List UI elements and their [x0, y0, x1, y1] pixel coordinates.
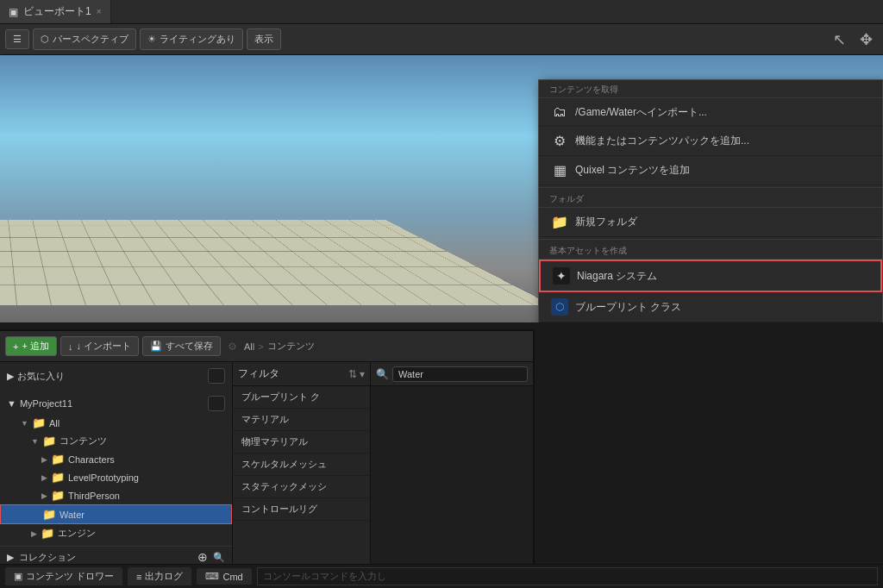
content-grid [371, 386, 533, 564]
content-browser-body: ▶ お気に入り ▼ MyProject11 ▼ 📁 All ▼ [0, 362, 533, 564]
all-arrow-icon: ▼ [21, 419, 28, 428]
characters-folder-label: Characters [68, 454, 115, 465]
content-browser: + + 追加 ↓ ↓ インポート 💾 すべて保存 ⚙ All > コンテンツ ▶… [0, 329, 535, 588]
project-header[interactable]: ▼ MyProject11 [0, 393, 232, 414]
save-all-label: すべて保存 [166, 340, 213, 353]
scene-floor [0, 220, 552, 305]
cmd-tab[interactable]: ⌨ Cmd [197, 568, 251, 585]
level-proto-folder-item[interactable]: ▶ 📁 LevelPrototyping [0, 468, 232, 486]
engine-folder-item[interactable]: ▶ 📁 エンジン [0, 524, 232, 542]
tab-close-button[interactable]: × [97, 7, 102, 16]
third-person-folder-label: ThirdPerson [68, 491, 120, 501]
project-search[interactable] [208, 396, 225, 411]
contents-arrow-icon: ▼ [31, 437, 39, 446]
section-get-content: コンテンツを取得 [539, 80, 882, 98]
menu-button[interactable]: ☰ [5, 29, 29, 49]
console-input[interactable]: コンソールコマンドを入力し [257, 567, 878, 585]
import-label: ↓ インポート [76, 340, 131, 353]
level-proto-folder-icon: 📁 [51, 471, 65, 484]
feature-label: 機能またはコンテンツパックを追加... [575, 134, 749, 148]
divider2 [539, 239, 882, 240]
third-person-folder-icon: 📁 [51, 489, 65, 502]
breadcrumb-sep: > [258, 341, 263, 352]
content-browser-toolbar: + + 追加 ↓ ↓ インポート 💾 すべて保存 ⚙ All > コンテンツ [0, 331, 533, 362]
menu-icon: ☰ [13, 34, 22, 45]
select-tool[interactable]: ↖ [828, 27, 851, 53]
filter-skeletal-mesh[interactable]: スケルタルメッシュ [233, 454, 370, 476]
viewport-area[interactable]: コンテンツを取得 🗂 /Game/Waterへインポート... ⚙ 機能またはコ… [0, 55, 883, 322]
contents-folder-icon: 📁 [42, 435, 56, 447]
add-button[interactable]: + + 追加 [5, 336, 57, 356]
content-drawer-tab[interactable]: ▣ コンテンツ ドロワー [5, 567, 122, 585]
import-menu-item[interactable]: 🗂 /Game/Waterへインポート... [539, 98, 882, 127]
bottom-dock: ▣ コンテンツ ドロワー ≡ 出力ログ ⌨ Cmd コンソールコマンドを入力し [0, 564, 883, 588]
third-person-arrow-icon: ▶ [41, 491, 47, 500]
niagara-label: Niagara システム [577, 269, 657, 284]
output-log-tab[interactable]: ≡ 出力ログ [128, 567, 191, 585]
search-collection-icon[interactable]: 🔍 [213, 552, 225, 563]
import-button[interactable]: ↓ ↓ インポート [60, 336, 139, 356]
characters-arrow-icon: ▶ [41, 455, 47, 464]
characters-folder-icon: 📁 [51, 453, 65, 466]
viewport-tab[interactable]: ▣ ビューポート1 × [0, 0, 111, 23]
search-input[interactable] [392, 366, 528, 382]
blueprint-label: ブループリント クラス [575, 300, 681, 315]
import-label: /Game/Waterへインポート... [575, 105, 707, 120]
sort-icon[interactable]: ⇅ ▾ [348, 368, 365, 380]
project-arrow: ▼ [7, 398, 16, 409]
filter-control-rig[interactable]: コントロールリグ [233, 498, 370, 521]
lighting-label: ライティングあり [160, 33, 235, 46]
niagara-menu-item[interactable]: ✦ Niagara システム [539, 260, 882, 292]
content-search-bar: 🔍 [371, 362, 533, 386]
add-label: + 追加 [22, 340, 48, 353]
favorites-search[interactable] [208, 368, 225, 384]
move-tool[interactable]: ✥ [855, 27, 878, 53]
new-folder-menu-item[interactable]: 📁 新規フォルダ [539, 208, 882, 237]
feature-menu-item[interactable]: ⚙ 機能またはコンテンツパックを追加... [539, 127, 882, 156]
viewport-tab-label: ビューポート1 [23, 4, 91, 19]
filter-physics-material[interactable]: 物理マテリアル [233, 431, 370, 454]
blueprint-icon: ⬡ [551, 298, 568, 316]
water-folder-label: Water [59, 510, 85, 520]
quixel-icon: ▦ [551, 162, 568, 178]
breadcrumb-contents[interactable]: コンテンツ [267, 340, 315, 353]
show-label: 表示 [254, 33, 273, 46]
quixel-menu-item[interactable]: ▦ Quixel コンテンツを追加 [539, 156, 882, 185]
collapse-arrow: ▶ [7, 552, 14, 563]
settings-icon[interactable]: ⚙ [224, 341, 241, 353]
blueprint-menu-item[interactable]: ⬡ ブループリント クラス [539, 292, 882, 322]
add-collection-icon[interactable]: ⊕ [197, 550, 208, 564]
filter-label: フィルタ [238, 366, 279, 381]
third-person-folder-item[interactable]: ▶ 📁 ThirdPerson [0, 486, 232, 504]
contents-folder-item[interactable]: ▼ 📁 コンテンツ [0, 432, 232, 450]
filter-blueprint[interactable]: ブループリント ク [233, 386, 370, 409]
filter-toolbar: フィルタ ⇅ ▾ [233, 362, 370, 386]
breadcrumb-all[interactable]: All [244, 341, 254, 352]
tab-bar: ▣ ビューポート1 × [0, 0, 883, 24]
lighting-button[interactable]: ☀ ライティングあり [140, 28, 243, 50]
filter-panel: フィルタ ⇅ ▾ ブループリント ク マテリアル 物理マテリアル スケルタルメッ… [233, 362, 371, 564]
content-drawer-icon: ▣ [14, 571, 22, 582]
add-icon: + [13, 341, 18, 352]
all-folder-item[interactable]: ▼ 📁 All [0, 414, 232, 432]
characters-folder-item[interactable]: ▶ 📁 Characters [0, 450, 232, 468]
filter-static-mesh[interactable]: スタティックメッシ [233, 476, 370, 498]
viewport-icon: ▣ [9, 6, 18, 18]
favorites-header[interactable]: ▶ お気に入り [0, 366, 232, 386]
perspective-icon: ⬡ [41, 34, 49, 45]
show-button[interactable]: 表示 [247, 28, 281, 50]
console-placeholder: コンソールコマンドを入力し [263, 571, 386, 581]
water-folder-item[interactable]: 📁 Water [0, 504, 232, 524]
perspective-label: パースペクティブ [53, 33, 128, 46]
favorites-arrow: ▶ [7, 371, 14, 382]
filter-material[interactable]: マテリアル [233, 409, 370, 431]
content-drawer-label: コンテンツ ドロワー [26, 570, 114, 583]
new-folder-label: 新規フォルダ [575, 215, 637, 229]
collections-label: コレクション [19, 551, 76, 564]
favorites-label: お気に入り [17, 370, 65, 383]
save-all-button[interactable]: 💾 すべて保存 [142, 336, 221, 356]
engine-folder-label: エンジン [58, 527, 96, 540]
perspective-button[interactable]: ⬡ パースペクティブ [33, 28, 136, 50]
feature-icon: ⚙ [551, 133, 568, 149]
divider1 [539, 187, 882, 188]
